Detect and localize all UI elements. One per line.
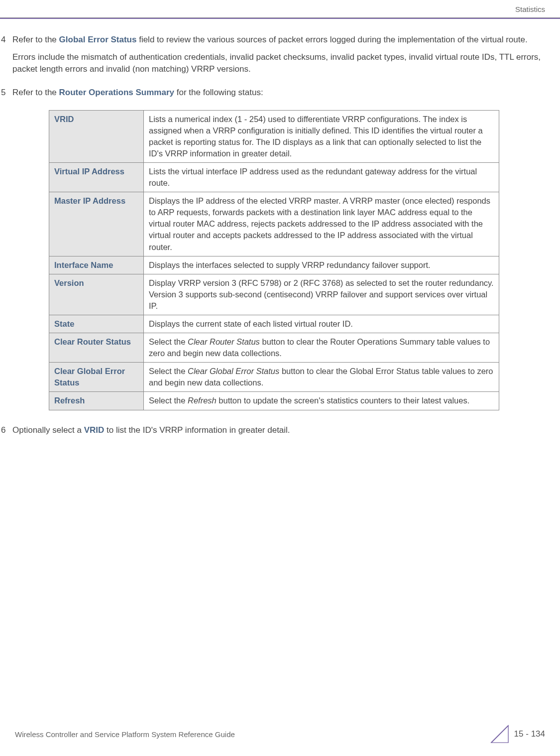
desc-cell: Display VRRP version 3 (RFC 5798) or 2 (… xyxy=(144,274,499,315)
bold-term: VRID xyxy=(84,425,105,435)
step-body: Optionally select a VRID to list the ID'… xyxy=(12,424,545,442)
term-cell: Refresh xyxy=(49,392,144,410)
page-number: 15 - 134 xyxy=(514,729,545,739)
desc-text: Select the xyxy=(149,367,188,376)
para-text: Errors include the mismatch of authentic… xyxy=(12,52,541,74)
footer-right: 15 - 134 xyxy=(490,725,545,744)
desc-text: Select the xyxy=(149,337,188,346)
page-corner-icon xyxy=(490,725,509,744)
step-number: 6 xyxy=(0,424,12,442)
page-footer: Wireless Controller and Service Platform… xyxy=(0,725,560,744)
header-section: Statistics xyxy=(515,5,545,13)
desc-cell: Select the Refresh button to update the … xyxy=(144,392,499,410)
step-body: Refer to the Global Error Status field t… xyxy=(12,34,545,81)
term-cell: Master IP Address xyxy=(49,192,144,256)
desc-cell: Lists the virtual interface IP address u… xyxy=(144,162,499,192)
router-operations-table: VRID Lists a numerical index (1 - 254) u… xyxy=(49,110,499,410)
para-text: to list the ID's VRRP information in gre… xyxy=(104,425,290,435)
table-row: Version Display VRRP version 3 (RFC 5798… xyxy=(49,274,499,315)
desc-text: button to update the screen's statistics… xyxy=(217,396,470,405)
bold-term: Router Operations Summary xyxy=(59,88,174,97)
para-text: for the following status: xyxy=(174,88,263,97)
table-row: Refresh Select the Refresh button to upd… xyxy=(49,392,499,410)
term-cell: Clear Global Error Status xyxy=(49,363,144,392)
desc-cell: Select the Clear Router Status button to… xyxy=(144,333,499,363)
para-text: Refer to the xyxy=(12,88,59,97)
term-cell: State xyxy=(49,315,144,333)
step-body: Refer to the Router Operations Summary f… xyxy=(12,87,545,104)
step-para: Refer to the Global Error Status field t… xyxy=(12,34,545,46)
term-cell: Clear Router Status xyxy=(49,333,144,363)
table-row: Clear Router Status Select the Clear Rou… xyxy=(49,333,499,363)
desc-cell: Lists a numerical index (1 - 254) used t… xyxy=(144,110,499,162)
step-6: 6 Optionally select a VRID to list the I… xyxy=(0,424,545,442)
desc-cell: Select the Clear Global Error Status but… xyxy=(144,363,499,392)
page-header: Statistics xyxy=(0,0,560,18)
desc-cell: Displays the current state of each liste… xyxy=(144,315,499,333)
italic-term: Refresh xyxy=(188,396,217,405)
table-row: Interface Name Displays the interfaces s… xyxy=(49,256,499,274)
para-text: Refer to the xyxy=(12,35,59,44)
bold-term: Global Error Status xyxy=(59,35,137,44)
step-number: 4 xyxy=(0,34,12,81)
para-text: field to review the various sources of p… xyxy=(136,35,527,44)
desc-cell: Displays the IP address of the elected V… xyxy=(144,192,499,256)
step-4: 4 Refer to the Global Error Status field… xyxy=(0,34,545,81)
desc-cell: Displays the interfaces selected to supp… xyxy=(144,256,499,274)
table-row: Virtual IP Address Lists the virtual int… xyxy=(49,162,499,192)
step-para: Refer to the Router Operations Summary f… xyxy=(12,87,545,99)
step-para: Optionally select a VRID to list the ID'… xyxy=(12,424,545,437)
term-cell: Interface Name xyxy=(49,256,144,274)
term-cell: VRID xyxy=(49,110,144,162)
step-5: 5 Refer to the Router Operations Summary… xyxy=(0,87,545,104)
desc-text: Select the xyxy=(149,396,188,405)
table-row: State Displays the current state of each… xyxy=(49,315,499,333)
table-row: Master IP Address Displays the IP addres… xyxy=(49,192,499,256)
term-cell: Version xyxy=(49,274,144,315)
italic-term: Clear Global Error Status xyxy=(188,367,279,376)
para-text: Optionally select a xyxy=(12,425,84,435)
step-para: Errors include the mismatch of authentic… xyxy=(12,51,545,76)
footer-title: Wireless Controller and Service Platform… xyxy=(15,730,235,739)
content-area: 4 Refer to the Global Error Status field… xyxy=(0,19,560,441)
table-row: Clear Global Error Status Select the Cle… xyxy=(49,363,499,392)
term-cell: Virtual IP Address xyxy=(49,162,144,192)
italic-term: Clear Router Status xyxy=(188,337,260,346)
step-number: 5 xyxy=(0,87,12,104)
table-row: VRID Lists a numerical index (1 - 254) u… xyxy=(49,110,499,162)
